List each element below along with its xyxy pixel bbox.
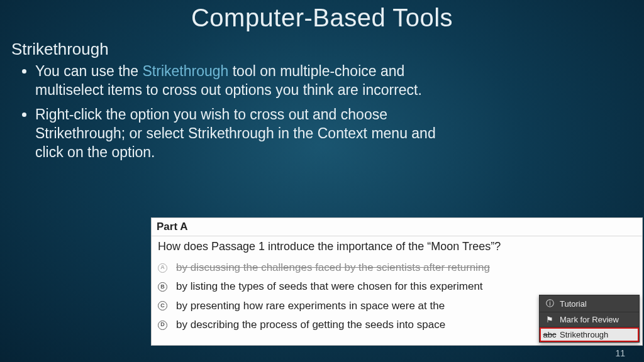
option-row[interactable]: B by listing the types of seeds that wer…: [152, 277, 642, 296]
option-row[interactable]: A by discussing the challenges faced by …: [152, 258, 642, 277]
flag-icon: ⚑: [545, 315, 555, 324]
option-bubble: A: [158, 263, 167, 273]
slide-title: Computer-Based Tools: [0, 0, 644, 32]
menu-item-label: Strikethrough: [560, 330, 608, 339]
option-text: by discussing the challenges faced by th…: [176, 260, 490, 276]
option-text: by listing the types of seeds that were …: [176, 278, 483, 295]
section-subtitle: Strikethrough: [11, 40, 644, 59]
context-menu: ⓘ Tutorial ⚑ Mark for Review abc Striket…: [539, 295, 640, 343]
bullet-text-pre: You can use the: [35, 63, 143, 79]
menu-item-strikethrough[interactable]: abc Strikethrough: [540, 327, 639, 342]
menu-item-tutorial[interactable]: ⓘ Tutorial: [540, 295, 639, 312]
bullet-item: You can use the Strikethrough tool on mu…: [35, 62, 443, 100]
menu-item-label: Tutorial: [560, 299, 587, 309]
highlighted-word: Strikethrough: [143, 63, 229, 79]
part-label: Part A: [152, 218, 642, 236]
bullet-text: Right-click the option you wish to cross…: [35, 106, 436, 161]
question-text: How does Passage 1 introduce the importa…: [152, 236, 642, 258]
page-number: 11: [615, 348, 625, 358]
menu-item-mark-for-review[interactable]: ⚑ Mark for Review: [540, 312, 639, 327]
option-bubble: B: [158, 282, 167, 292]
option-bubble: C: [158, 301, 167, 310]
strike-icon: abc: [545, 330, 555, 339]
example-panel: Part A How does Passage 1 introduce the …: [151, 217, 643, 346]
menu-item-label: Mark for Review: [560, 315, 619, 324]
option-text: by presenting how rare experiments in sp…: [176, 298, 445, 314]
bullet-item: Right-click the option you wish to cross…: [35, 105, 443, 162]
option-text: by describing the process of getting the…: [176, 317, 445, 333]
option-bubble: D: [158, 321, 167, 330]
bullet-list: You can use the Strikethrough tool on mu…: [35, 62, 443, 162]
info-icon: ⓘ: [545, 298, 555, 309]
